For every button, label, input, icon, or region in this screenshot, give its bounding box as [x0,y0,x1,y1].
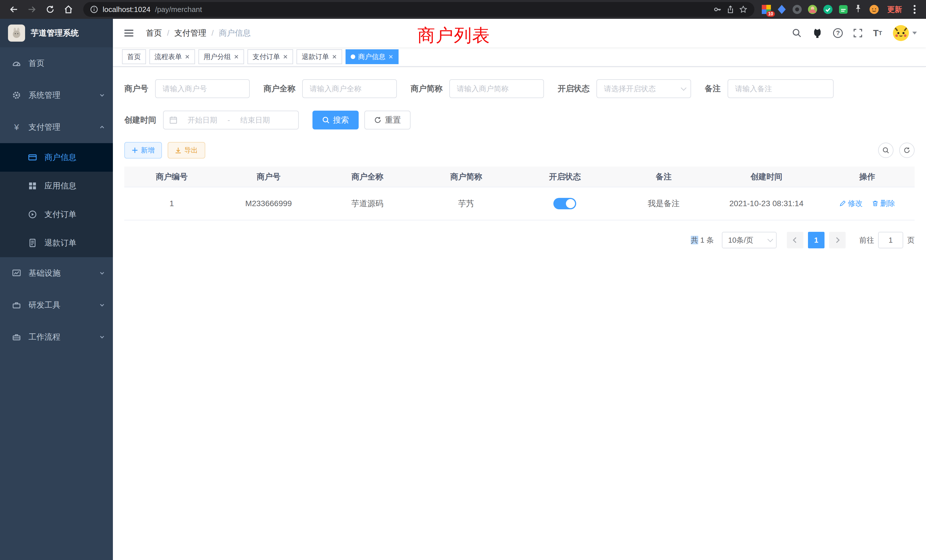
sidebar-item-label: 应用信息 [44,180,76,191]
cell-status [516,187,614,220]
goto-unit-label: 页 [907,235,915,245]
column-short-name: 商户简称 [417,166,516,187]
breadcrumb: 首页 / 支付管理 / 商户信息 [146,28,251,38]
refresh-icon[interactable] [42,2,58,17]
sidebar-item-payment[interactable]: ¥ 支付管理 [0,111,113,143]
page-1-button[interactable]: 1 [808,232,825,248]
sidebar-toggle-icon[interactable] [122,27,136,39]
full-name-input[interactable] [302,79,397,98]
search-button[interactable]: 搜索 [312,110,359,129]
extension-green-circle-icon[interactable] [823,4,833,15]
profile-avatar-icon[interactable] [869,4,879,15]
help-icon[interactable]: ? [833,28,843,38]
next-page-button[interactable] [829,232,846,248]
reset-button[interactable]: 重置 [365,110,410,129]
edit-button[interactable]: 修改 [839,198,863,209]
export-button[interactable]: 导出 [168,142,205,159]
close-icon[interactable] [388,54,393,59]
tab-label: 支付订单 [253,52,280,61]
status-toggle[interactable] [553,198,576,209]
sidebar-item-label: 商户信息 [44,152,76,163]
tab-user-groups[interactable]: 用户分组 [198,49,244,64]
sidebar-item-payment-orders[interactable]: 支付订单 [0,200,113,229]
search-button-label: 搜索 [333,115,349,126]
forward-icon[interactable] [24,2,40,17]
date-separator: - [227,116,230,125]
sidebar-item-label: 系统管理 [29,90,61,101]
extension-gray-icon[interactable] [792,4,802,15]
sidebar-item-infrastructure[interactable]: 基础设施 [0,257,113,289]
user-avatar[interactable] [892,24,917,42]
toggle-search-icon[interactable] [878,142,894,158]
prev-page-button[interactable] [787,232,803,248]
status-label: 开启状态 [558,83,590,94]
app-title: 芋道管理系统 [31,28,79,38]
font-size-icon[interactable]: TT [873,28,882,38]
close-icon[interactable] [185,54,190,59]
search-icon[interactable] [792,28,802,38]
table-header-row: 商户编号 商户号 商户全称 商户简称 开启状态 备注 创建时间 操作 [124,166,915,187]
column-remark: 备注 [614,166,713,187]
sidebar-item-workflow[interactable]: 工作流程 [0,321,113,353]
tab-merchant-info[interactable]: 商户信息 [345,49,399,64]
browser-update-button[interactable]: 更新 [887,5,902,15]
cell-merchant-id: 1 [124,187,219,220]
column-merchant-id: 商户编号 [124,166,219,187]
app-logo[interactable]: 芋道管理系统 [0,19,113,47]
extension-pixel-icon[interactable]: 10 [761,4,772,15]
sidebar-item-system[interactable]: 系统管理 [0,79,113,111]
extension-blue-icon[interactable] [776,4,787,15]
tab-refund-orders[interactable]: 退款订单 [297,49,342,64]
fullscreen-icon[interactable] [853,28,863,38]
url-bar[interactable]: localhost:1024/pay/merchant [83,2,754,17]
tab-payment-orders[interactable]: 支付订单 [247,49,293,64]
sidebar-item-refund-orders[interactable]: 退款订单 [0,229,113,257]
column-create-time: 创建时间 [713,166,820,187]
goto-page-input[interactable] [878,232,903,248]
sidebar: 芋道管理系统 首页 系统管理 [0,19,113,560]
back-icon[interactable] [6,2,22,17]
close-icon[interactable] [283,54,288,59]
browser-menu-icon[interactable] [909,2,920,17]
extension-avatar-icon[interactable] [807,4,818,15]
extensions-pin-icon[interactable] [853,4,864,15]
sidebar-item-merchant-info[interactable]: 商户信息 [0,143,113,172]
end-date-input[interactable] [232,116,278,125]
chevron-down-icon [99,302,105,308]
remark-label: 备注 [705,83,721,94]
start-date-input[interactable] [180,116,225,125]
delete-button[interactable]: 删除 [872,198,895,209]
close-icon[interactable] [332,54,337,59]
close-icon[interactable] [234,54,239,59]
page-size-value: 10条/页 [728,235,753,245]
breadcrumb-payment[interactable]: 支付管理 [174,28,206,38]
cell-create-time: 2021-10-23 08:31:14 [713,187,820,220]
sidebar-item-dev-tools[interactable]: 研发工具 [0,289,113,321]
sidebar-item-label: 研发工具 [29,300,61,310]
password-key-icon[interactable] [713,5,722,14]
remark-input[interactable] [728,79,834,98]
chart-icon [11,269,22,278]
share-icon[interactable] [726,5,734,14]
tab-process-form[interactable]: 流程表单 [150,49,195,64]
add-button[interactable]: 新增 [124,142,162,159]
page-size-select[interactable]: 10条/页 [722,232,776,248]
sidebar-item-app-info[interactable]: 应用信息 [0,172,113,200]
play-circle-icon [27,210,38,219]
sidebar-item-home[interactable]: 首页 [0,47,113,79]
short-name-input[interactable] [449,79,544,98]
breadcrumb-home[interactable]: 首页 [146,28,162,38]
logo-rabbit-icon [8,24,25,42]
status-select[interactable]: 请选择开启状态 [596,79,691,98]
refresh-table-icon[interactable] [899,142,915,158]
merchant-no-input[interactable] [155,79,250,98]
bookmark-star-icon[interactable] [739,5,747,14]
create-time-range-picker[interactable]: - [163,110,299,129]
github-icon[interactable] [812,28,823,38]
site-info-icon[interactable] [90,5,98,14]
column-actions: 操作 [820,166,915,187]
home-icon[interactable] [61,2,76,17]
tab-home[interactable]: 首页 [122,49,146,64]
extension-note-icon[interactable] [838,4,849,15]
navbar: 首页 / 支付管理 / 商户信息 商户列表 ? [113,19,926,47]
